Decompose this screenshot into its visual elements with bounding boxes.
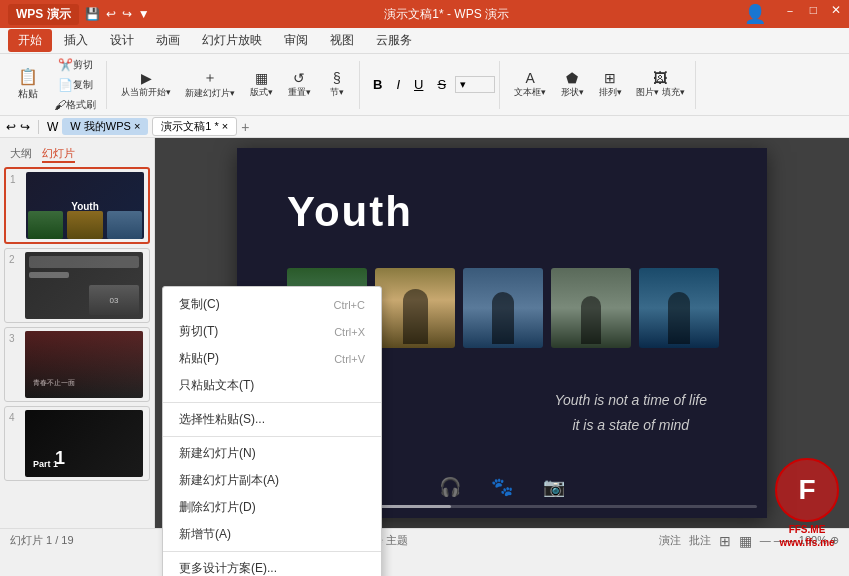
menu-start[interactable]: 开始 <box>8 29 52 52</box>
ctx-divider-1 <box>163 402 381 403</box>
reset-icon: ↺ <box>293 70 305 86</box>
quick-access-undo[interactable]: ↩ <box>106 7 116 21</box>
ctx-copy[interactable]: 复制(C) Ctrl+C <box>163 291 381 318</box>
slide-preview-4: Part 1 1 <box>25 410 143 477</box>
add-tab-btn[interactable]: + <box>241 119 249 135</box>
main-layout: 大纲 幻灯片 1 Youth 2 03 <box>0 138 849 528</box>
camera-icon: 📷 <box>543 476 565 498</box>
font-size-input[interactable]: ▾ <box>455 76 495 93</box>
slide-preview-2: 03 <box>25 252 143 319</box>
menu-insert[interactable]: 插入 <box>54 29 98 52</box>
ctx-more-designs[interactable]: 更多设计方案(E)... <box>163 555 381 576</box>
slides-tab[interactable]: 幻灯片 <box>42 146 75 163</box>
slide-thumb-1[interactable]: 1 Youth <box>4 167 150 244</box>
ctx-cut[interactable]: 剪切(T) Ctrl+X <box>163 318 381 345</box>
slide-thumb-3[interactable]: 3 青春不止一面 <box>4 327 150 402</box>
menu-review[interactable]: 审阅 <box>274 29 318 52</box>
menu-view[interactable]: 视图 <box>320 29 364 52</box>
headphone-icon: 🎧 <box>439 476 461 498</box>
normal-view-btn[interactable]: ⊞ <box>719 533 731 549</box>
title-bar: WPS 演示 💾 ↩ ↪ ▼ 演示文稿1* - WPS 演示 👤 － □ ✕ <box>0 0 849 28</box>
ctx-divider-2 <box>163 436 381 437</box>
sidebar-header: 大纲 幻灯片 <box>4 142 150 167</box>
arrange-icon: ⊞ <box>604 70 616 86</box>
ctx-paste-text[interactable]: 只粘贴文本(T) <box>163 372 381 399</box>
title-bar-left: WPS 演示 💾 ↩ ↪ ▼ <box>8 4 150 25</box>
slide-thumb-2[interactable]: 2 03 <box>4 248 150 323</box>
window-title: 演示文稿1* - WPS 演示 <box>150 6 744 23</box>
ctx-add-section[interactable]: 新增节(A) <box>163 521 381 548</box>
layout-btn[interactable]: ▦ 版式▾ <box>243 68 279 101</box>
active-tab-indicator[interactable]: 演示文稿1 * × <box>152 117 237 136</box>
cut-icon: ✂️ <box>58 58 73 72</box>
menu-slideshow[interactable]: 幻灯片放映 <box>192 29 272 52</box>
slide-number-1: 1 <box>10 172 22 185</box>
menu-bar: 开始 插入 设计 动画 幻灯片放映 审阅 视图 云服务 <box>0 28 849 54</box>
wps-tab[interactable]: W 我的WPS × <box>62 118 148 135</box>
toolbar-slides: ▶ 从当前开始▾ ＋ 新建幻灯片▾ ▦ 版式▾ ↺ 重置▾ § 节▾ <box>111 61 360 109</box>
ctx-new-slide-copy[interactable]: 新建幻灯片副本(A) <box>163 467 381 494</box>
toolbar-right: A 文本框▾ ⬟ 形状▾ ⊞ 排列▾ 🖼 图片▾ 填充▾ <box>504 61 696 109</box>
wps-logo: WPS 演示 <box>8 4 79 25</box>
slide-preview-1: Youth <box>26 172 144 239</box>
maximize-btn[interactable]: □ <box>810 3 817 25</box>
reset-btn[interactable]: ↺ 重置▾ <box>281 68 317 101</box>
ctx-paste[interactable]: 粘贴(P) Ctrl+V <box>163 345 381 372</box>
layout-icon: ▦ <box>255 70 268 86</box>
ctx-paste-special[interactable]: 选择性粘贴(S)... <box>163 406 381 433</box>
slide-view-btn[interactable]: ▦ <box>739 533 752 549</box>
minimize-btn[interactable]: － <box>784 3 796 25</box>
textbox-icon: A <box>525 70 534 86</box>
toolbar-icon-3[interactable]: W <box>47 120 58 134</box>
close-btn[interactable]: ✕ <box>831 3 841 25</box>
dropdown-arrow[interactable]: ▼ <box>138 7 150 21</box>
slide-quote: Youth is not a time of life it is a stat… <box>554 388 707 438</box>
menu-animation[interactable]: 动画 <box>146 29 190 52</box>
toolbar: 📋 粘贴 ✂️ 剪切 📄 复制 🖌 格式刷 ▶ 从当前开始▾ ＋ 新建幻灯片▾ <box>0 54 849 116</box>
ctx-new-slide[interactable]: 新建幻灯片(N) <box>163 440 381 467</box>
shapes-btn[interactable]: ⬟ 形状▾ <box>554 68 590 101</box>
photo-5 <box>639 268 719 348</box>
photo-3 <box>463 268 543 348</box>
textbox-btn[interactable]: A 文本框▾ <box>508 68 552 101</box>
comments-btn[interactable]: 批注 <box>689 533 711 548</box>
insert-image-btn[interactable]: 🖼 图片▾ 填充▾ <box>630 68 691 101</box>
quick-access-save[interactable]: 💾 <box>85 7 100 21</box>
ctx-delete-slide[interactable]: 删除幻灯片(D) <box>163 494 381 521</box>
watermark: F FFS.ME www.ffs.me <box>775 458 839 548</box>
slide-number-3: 3 <box>9 331 21 344</box>
notes-btn[interactable]: 演注 <box>659 533 681 548</box>
format-copy-btn[interactable]: 🖌 格式刷 <box>48 96 102 114</box>
strikethrough-btn[interactable]: S <box>432 75 451 94</box>
slide-panel: 大纲 幻灯片 1 Youth 2 03 <box>0 138 155 528</box>
secondary-toolbar: ↩ ↪ W W 我的WPS × 演示文稿1 * × + <box>0 116 849 138</box>
toolbar-icon-1[interactable]: ↩ <box>6 120 16 134</box>
slide-thumb-4[interactable]: 4 Part 1 1 <box>4 406 150 481</box>
user-icon[interactable]: 👤 <box>744 3 766 25</box>
toolbar-separator <box>38 120 39 134</box>
section-btn[interactable]: § 节▾ <box>319 68 355 101</box>
new-slide-btn[interactable]: ＋ 新建幻灯片▾ <box>179 67 241 102</box>
watermark-url1: FFS.ME <box>789 524 826 535</box>
underline-btn[interactable]: U <box>409 75 428 94</box>
photo-2 <box>375 268 455 348</box>
menu-design[interactable]: 设计 <box>100 29 144 52</box>
start-slideshow-btn[interactable]: ▶ 从当前开始▾ <box>115 68 177 101</box>
image-icon: 🖼 <box>653 70 667 86</box>
arrange-btn[interactable]: ⊞ 排列▾ <box>592 68 628 101</box>
menu-cloud[interactable]: 云服务 <box>366 29 422 52</box>
status-bar: 幻灯片 1 / 19 + Office 主题 演注 批注 ⊞ ▦ — —— 10… <box>0 528 849 552</box>
paste-btn[interactable]: 📋 粘贴 <box>10 67 46 103</box>
copy-btn[interactable]: 📄 复制 <box>48 76 102 94</box>
outline-tab[interactable]: 大纲 <box>10 146 32 163</box>
toolbar-icon-2[interactable]: ↪ <box>20 120 30 134</box>
cut-btn[interactable]: ✂️ 剪切 <box>48 56 102 74</box>
section-icon: § <box>333 70 341 86</box>
italic-btn[interactable]: I <box>391 75 405 94</box>
paste-icon: 📋 <box>18 69 38 85</box>
quick-access-redo[interactable]: ↪ <box>122 7 132 21</box>
bold-btn[interactable]: B <box>368 75 387 94</box>
toolbar-clipboard: 📋 粘贴 ✂️ 剪切 📄 复制 🖌 格式刷 <box>6 61 107 109</box>
slide-icons: 🎧 🐾 📷 <box>439 476 565 498</box>
format-copy-icon: 🖌 <box>54 98 66 112</box>
